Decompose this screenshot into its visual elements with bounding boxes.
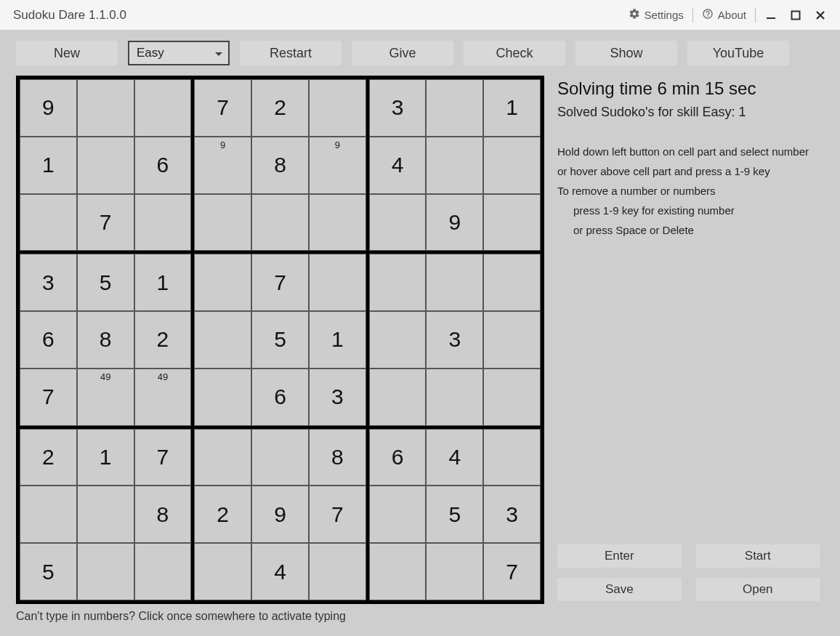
sudoku-cell[interactable] [426, 543, 483, 600]
sudoku-cell[interactable]: 7 [483, 543, 541, 600]
sudoku-cell[interactable]: 6 [369, 429, 427, 486]
sudoku-cell[interactable]: 2 [134, 311, 192, 369]
sudoku-cell[interactable]: 7 [251, 254, 309, 311]
sudoku-cell[interactable] [483, 369, 541, 426]
sudoku-cell[interactable]: 5 [20, 543, 77, 600]
sudoku-cell[interactable] [77, 79, 134, 137]
sudoku-cell[interactable]: 4 [369, 137, 427, 194]
sudoku-cell[interactable] [369, 254, 427, 311]
sudoku-cell[interactable]: 8 [309, 429, 366, 486]
sudoku-cell[interactable] [77, 486, 134, 543]
restart-button[interactable]: Restart [240, 41, 342, 65]
sudoku-cell[interactable]: 7 [77, 194, 134, 251]
enter-button[interactable]: Enter [557, 544, 682, 568]
sudoku-cell[interactable]: 7 [20, 369, 77, 426]
sudoku-cell[interactable] [194, 194, 251, 251]
difficulty-select[interactable]: Easy [128, 41, 230, 65]
sudoku-cell[interactable] [20, 194, 77, 251]
start-button[interactable]: Start [696, 544, 820, 568]
sudoku-cell[interactable]: 3 [369, 79, 427, 137]
youtube-button[interactable]: YouTube [687, 41, 789, 65]
sudoku-cell[interactable]: 4 [426, 429, 483, 486]
sudoku-cell[interactable]: 1 [20, 137, 77, 194]
settings-button[interactable]: Settings [623, 0, 690, 30]
sudoku-cell[interactable] [369, 486, 427, 543]
sudoku-cell[interactable] [134, 543, 192, 600]
sudoku-cell[interactable]: 6 [20, 311, 77, 369]
sudoku-cell[interactable] [309, 543, 366, 600]
sudoku-cell[interactable] [194, 543, 251, 600]
sudoku-cell[interactable] [77, 543, 134, 600]
sudoku-cell[interactable] [369, 369, 427, 426]
sudoku-cell[interactable]: 3 [426, 311, 483, 369]
sudoku-cell[interactable]: 9 [251, 486, 309, 543]
sudoku-cell[interactable]: 3 [20, 254, 77, 311]
sudoku-cell[interactable]: 9 [194, 137, 251, 194]
sudoku-cell[interactable] [426, 369, 483, 426]
new-button[interactable]: New [16, 41, 118, 65]
sudoku-cell[interactable]: 1 [483, 79, 541, 137]
close-button[interactable] [808, 10, 833, 20]
sudoku-cell[interactable] [483, 194, 541, 251]
sudoku-cell[interactable]: 2 [251, 79, 309, 137]
sudoku-cell[interactable] [309, 254, 366, 311]
sudoku-cell[interactable]: 7 [194, 79, 251, 137]
sudoku-cell[interactable] [309, 79, 366, 137]
sudoku-cell[interactable]: 8 [251, 137, 309, 194]
cell-value: 6 [252, 369, 308, 425]
sudoku-cell[interactable]: 1 [77, 429, 134, 486]
sudoku-cell[interactable]: 7 [134, 429, 192, 486]
sudoku-cell[interactable]: 2 [20, 429, 77, 486]
sudoku-cell[interactable] [194, 429, 251, 486]
sudoku-cell[interactable] [426, 137, 483, 194]
maximize-button[interactable] [783, 10, 808, 20]
sudoku-cell[interactable] [194, 369, 251, 426]
sudoku-cell[interactable]: 3 [483, 486, 541, 543]
minimize-button[interactable] [759, 10, 783, 20]
sudoku-cell[interactable] [426, 79, 483, 137]
sudoku-cell[interactable] [251, 429, 309, 486]
sudoku-cell[interactable]: 7 [309, 486, 366, 543]
sudoku-cell[interactable] [483, 254, 541, 311]
sudoku-cell[interactable]: 5 [426, 486, 483, 543]
open-button[interactable]: Open [696, 578, 820, 601]
sudoku-cell[interactable]: 5 [251, 311, 309, 369]
cell-value: 4 [370, 137, 426, 193]
sudoku-cell[interactable] [369, 311, 427, 369]
sudoku-cell[interactable]: 49 [77, 369, 134, 426]
sudoku-cell[interactable] [483, 137, 541, 194]
sudoku-cell[interactable]: 9 [426, 194, 483, 251]
sudoku-cell[interactable] [483, 311, 541, 369]
sudoku-cell[interactable] [194, 311, 251, 369]
check-button[interactable]: Check [464, 41, 565, 65]
sudoku-cell[interactable]: 2 [194, 486, 251, 543]
sudoku-cell[interactable] [369, 194, 427, 251]
sudoku-cell[interactable] [77, 137, 134, 194]
cell-value: 4 [427, 430, 482, 486]
sudoku-cell[interactable]: 6 [251, 369, 309, 426]
sudoku-cell[interactable]: 9 [20, 79, 77, 137]
sudoku-cell[interactable] [483, 429, 541, 486]
show-button[interactable]: Show [576, 41, 677, 65]
save-button[interactable]: Save [557, 578, 682, 601]
sudoku-cell[interactable] [194, 254, 251, 311]
sudoku-cell[interactable]: 9 [309, 137, 366, 194]
sudoku-cell[interactable] [369, 543, 427, 600]
sudoku-cell[interactable] [251, 194, 309, 251]
sudoku-cell[interactable]: 49 [134, 369, 192, 426]
sudoku-cell[interactable] [426, 254, 483, 311]
sudoku-cell[interactable] [134, 194, 192, 251]
sudoku-cell[interactable]: 3 [309, 369, 366, 426]
sudoku-cell[interactable] [134, 79, 192, 137]
sudoku-cell[interactable]: 8 [77, 311, 134, 369]
sudoku-cell[interactable]: 6 [134, 137, 192, 194]
sudoku-cell[interactable]: 1 [134, 254, 192, 311]
sudoku-cell[interactable]: 8 [134, 486, 192, 543]
sudoku-cell[interactable] [20, 486, 77, 543]
sudoku-cell[interactable]: 1 [309, 311, 366, 369]
give-button[interactable]: Give [352, 41, 453, 65]
about-button[interactable]: About [696, 0, 752, 30]
sudoku-cell[interactable]: 5 [77, 254, 134, 311]
sudoku-cell[interactable] [309, 194, 366, 251]
sudoku-cell[interactable]: 4 [251, 543, 309, 600]
